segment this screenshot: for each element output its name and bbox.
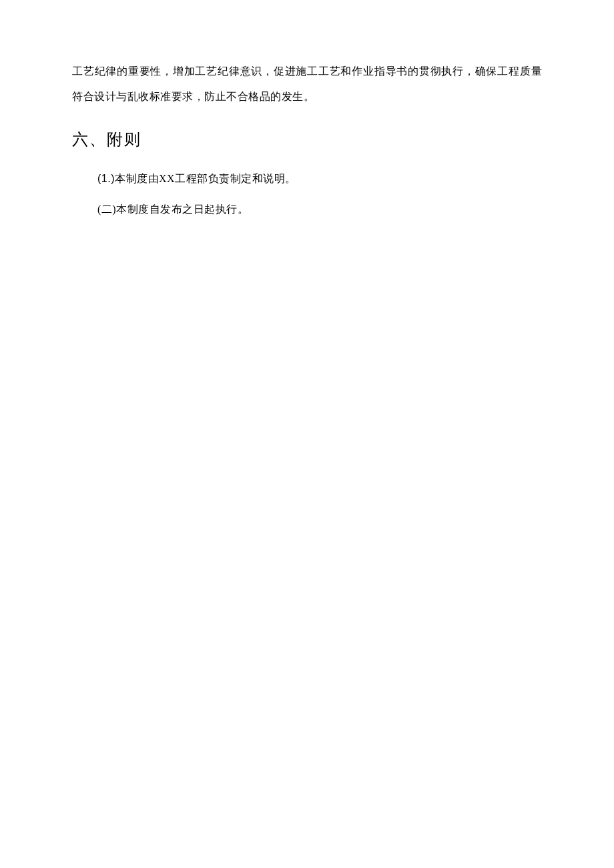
body-paragraph: 工艺纪律的重要性，增加工艺纪律意识，促进施工工艺和作业指导书的贯彻执行，确保工程…: [72, 59, 542, 110]
list-item: (1.)本制度由XX工程部负责制定和说明。: [72, 166, 542, 191]
item-marker: (二): [97, 203, 116, 215]
list-item: (二)本制度自发布之日起执行。: [72, 197, 542, 222]
item-content: 本制度自发布之日起执行。: [116, 203, 248, 215]
item-content: 本制度由XX工程部负责制定和说明。: [115, 173, 296, 184]
section-heading: 六、附则: [72, 129, 542, 150]
item-marker: (1.): [97, 173, 115, 184]
